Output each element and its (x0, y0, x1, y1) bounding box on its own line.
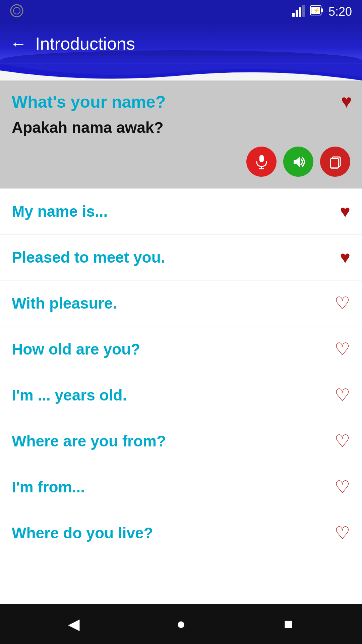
svg-rect-10 (259, 155, 264, 162)
list-item[interactable]: Where do you live?♡ (0, 510, 362, 556)
svg-point-1 (13, 7, 20, 14)
status-bar-right: ⚡ 5:20 (292, 4, 352, 20)
phrase-list: My name is...♥Pleased to meet you.♥With … (0, 189, 362, 604)
heart-icon[interactable]: ♡ (335, 385, 350, 405)
list-item[interactable]: Where are you from?♡ (0, 418, 362, 464)
copy-button[interactable] (320, 147, 350, 177)
svg-rect-15 (330, 159, 339, 168)
nav-back-button[interactable]: ◀ (60, 610, 87, 637)
heart-icon[interactable]: ♡ (335, 523, 350, 543)
heart-icon[interactable]: ♡ (335, 431, 350, 451)
speaker-button[interactable] (283, 147, 313, 177)
phrase-action-buttons (12, 147, 350, 177)
app-bar: ← Introductions (0, 23, 362, 64)
heart-icon[interactable]: ♡ (335, 293, 350, 313)
page-title: Introductions (35, 34, 135, 54)
svg-rect-5 (302, 5, 305, 17)
selected-phrase-translation: Apakah nama awak? (12, 118, 350, 137)
list-item[interactable]: Pleased to meet you.♥ (0, 234, 362, 280)
battery-icon: ⚡ (310, 4, 323, 20)
phrase-item-text: I'm ... years old. (12, 386, 335, 404)
phrase-item-text: I'm from... (12, 478, 335, 496)
heart-icon[interactable]: ♥ (340, 247, 350, 267)
wave-decoration (0, 64, 362, 80)
phrase-item-text: Where are you from? (12, 432, 335, 450)
signal-icon (292, 4, 305, 20)
list-item[interactable]: With pleasure.♡ (0, 280, 362, 326)
nav-bar: ◀ ● ■ (0, 604, 362, 644)
microphone-button[interactable] (246, 147, 277, 177)
selected-phrase-card: What's your name? ♥ Apakah nama awak? (0, 80, 362, 189)
phrase-item-text: Pleased to meet you. (12, 248, 340, 266)
selected-phrase-english: What's your name? (12, 92, 350, 112)
svg-marker-13 (294, 157, 300, 167)
nav-recents-button[interactable]: ■ (275, 610, 302, 637)
svg-rect-2 (292, 13, 295, 17)
svg-rect-4 (299, 7, 301, 17)
time-display: 5:20 (328, 5, 352, 19)
phrase-item-text: How old are you? (12, 340, 335, 358)
heart-icon[interactable]: ♡ (335, 477, 350, 497)
svg-text:⚡: ⚡ (313, 7, 320, 13)
list-item[interactable]: My name is...♥ (0, 189, 362, 234)
phrase-item-text: My name is... (12, 202, 340, 220)
phrase-item-text: Where do you live? (12, 524, 335, 542)
heart-icon[interactable]: ♡ (335, 339, 350, 359)
selected-phrase-heart[interactable]: ♥ (341, 91, 352, 112)
phrase-item-text: With pleasure. (12, 294, 335, 312)
nav-home-button[interactable]: ● (168, 610, 194, 637)
back-button[interactable]: ← (10, 35, 27, 52)
list-item[interactable]: How old are you?♡ (0, 326, 362, 372)
heart-icon[interactable]: ♥ (340, 201, 350, 221)
status-bar: ⚡ 5:20 (0, 0, 362, 23)
status-icon-left (10, 4, 23, 20)
list-item[interactable]: I'm from...♡ (0, 464, 362, 510)
list-item[interactable]: I'm ... years old.♡ (0, 372, 362, 418)
svg-rect-7 (321, 8, 323, 12)
svg-rect-3 (296, 10, 298, 17)
svg-point-0 (11, 5, 23, 17)
